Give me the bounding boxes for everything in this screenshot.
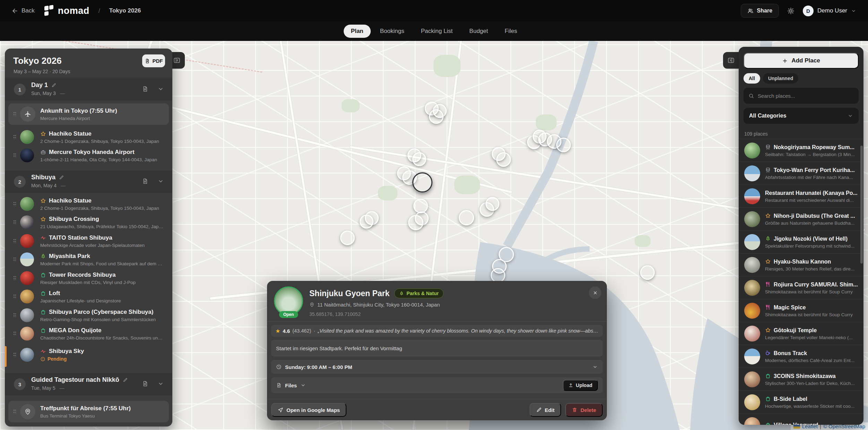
collapse-right-panel-button[interactable] [723, 52, 739, 69]
place-list-item[interactable]: B-Side Label Hochwertige, wasserfeste St… [739, 390, 863, 413]
place-list-item[interactable]: Jigoku Nozoki (View of Hell) Spektakulär… [739, 230, 863, 253]
place-list-item[interactable]: Rojiura Curry SAMURAI. Shim... Shimokita… [739, 276, 863, 299]
map-place-marker[interactable] [360, 215, 373, 229]
share-button[interactable]: Share [741, 4, 779, 18]
map-place-marker[interactable] [412, 172, 432, 192]
map-place-marker[interactable] [413, 199, 428, 213]
itinerary-item[interactable]: Hachiko Statue 2 Chome-1 Dogenzaka, Shib… [8, 128, 169, 146]
place-list-item[interactable]: Bonus Track Modernes, dörfliches Café-Ar… [739, 345, 863, 368]
place-photo [20, 197, 34, 211]
map-place-marker[interactable] [408, 215, 423, 230]
day-2-header[interactable]: 2 Shibuya Mon, May 4 — [5, 171, 172, 193]
day-3-header[interactable]: 3 Guided Tagestour nach Nikkō Tue, May 5… [5, 373, 172, 395]
drag-handle-icon[interactable] [13, 153, 16, 158]
map-place-marker[interactable] [429, 109, 444, 124]
drag-handle-icon[interactable] [13, 352, 16, 357]
map-place-marker[interactable] [340, 231, 355, 245]
place-list-item[interactable]: Nihon-ji Daibutsu (The Great ... Größte … [739, 207, 863, 230]
drag-handle-icon[interactable] [13, 313, 16, 318]
itinerary-item[interactable]: Treffpunkt für Abreise (7:55 Uhr) Bus Te… [8, 401, 169, 422]
edit-day-icon[interactable] [59, 175, 64, 180]
drag-handle-icon[interactable] [13, 135, 16, 139]
export-pdf-button[interactable]: PDF [142, 54, 165, 67]
back-button[interactable]: Back [12, 7, 35, 14]
map-place-marker[interactable] [459, 210, 474, 225]
upload-button[interactable]: Upload [563, 380, 598, 391]
app-logo[interactable]: nomad [44, 5, 89, 17]
drag-handle-icon[interactable] [13, 201, 16, 206]
day-collapse-chevron-icon[interactable] [157, 380, 164, 387]
filter-pill[interactable]: All [744, 73, 760, 84]
day-1-header[interactable]: 1 Day 1 Sun, May 3 — [5, 78, 172, 101]
drag-handle-icon[interactable] [13, 257, 16, 262]
add-place-button[interactable]: Add Place [744, 53, 859, 69]
filter-pills: AllUnplanned [744, 73, 798, 84]
itinerary-item[interactable]: Shibuya Sky Pending [8, 344, 169, 366]
edit-button[interactable]: Edit [530, 403, 561, 417]
itinerary-item[interactable]: Loft Japanischer Lifestyle- und Designst… [8, 287, 169, 306]
user-menu[interactable]: D Demo User [803, 6, 856, 16]
close-button[interactable] [589, 286, 601, 299]
tab[interactable]: Files [497, 25, 524, 38]
itinerary-item[interactable]: Mercure Tokyo Haneda Airport 1-chōme-2-1… [8, 146, 169, 165]
delete-button[interactable]: Delete [565, 403, 603, 417]
place-detail-card: Open Shinjuku Gyoen Park Parks & Natur 1… [267, 281, 607, 420]
place-list-item[interactable]: Tokyo-Wan Ferry Port Kuriha... Abfahrtss… [739, 162, 863, 184]
day-notes-icon[interactable] [142, 380, 148, 387]
itinerary-item[interactable]: MEGA Don Quijote Chaotischer 24h-Discoun… [8, 324, 169, 343]
tab[interactable]: Packing List [414, 25, 460, 38]
files-row[interactable]: Files Upload [271, 377, 603, 393]
place-list-item[interactable]: Gōtokuji Temple Legendärer Tempel voller… [739, 322, 863, 345]
drag-handle-icon[interactable] [13, 239, 16, 243]
day-notes-icon[interactable] [142, 178, 148, 184]
place-title: Nokogiriyama Ropeway Sum... [774, 144, 854, 150]
place-list-item[interactable]: Magic Spice Shimokitazawa ist berühmt fü… [739, 299, 863, 322]
place-title: Jigoku Nozoki (View of Hell) [774, 235, 848, 242]
drag-handle-icon[interactable] [13, 276, 16, 281]
place-photo [744, 280, 760, 296]
itinerary-item[interactable]: Shibuya Parco (Cyberspace Shibuya) Retro… [8, 306, 169, 325]
place-list-item[interactable]: Hyaku-Shaku Kannon Riesiges, 30 Meter ho… [739, 253, 863, 276]
place-list-item[interactable]: Nokogiriyama Ropeway Sum... Seilbahn: Ta… [739, 139, 863, 162]
drag-handle-icon[interactable] [13, 331, 16, 336]
filter-pill[interactable]: Unplanned [763, 73, 798, 84]
itinerary-item[interactable]: Tower Records Shibuya Riesiger Musiklade… [8, 269, 169, 287]
place-list-item[interactable]: Restaurant Harunatei (Kanaya Po... Resta… [739, 184, 863, 207]
map-place-marker[interactable] [491, 268, 505, 283]
edit-day-icon[interactable] [123, 378, 128, 382]
itinerary-item[interactable]: TAITO Station Shibuya Mehrstöckige Arcad… [8, 232, 169, 250]
tab[interactable]: Bookings [373, 25, 412, 38]
map-place-marker[interactable] [485, 197, 499, 211]
opening-hours-row[interactable]: Sunday: 9:00 AM – 6:00 PM [271, 360, 603, 374]
place-title: Rojiura Curry SAMURAI. Shim... [774, 281, 858, 287]
tab[interactable]: Budget [462, 25, 495, 38]
drag-handle-icon[interactable] [13, 112, 16, 117]
category-select[interactable]: All Categories [744, 108, 859, 124]
drag-handle-icon[interactable] [13, 409, 16, 414]
scrollbar-thumb[interactable] [860, 146, 863, 264]
open-in-google-maps-button[interactable]: Open in Google Maps [271, 403, 346, 417]
topbar: Back nomad / Tokyo 2026 Share D Demo Use… [0, 0, 868, 22]
map-place-marker[interactable] [412, 152, 426, 166]
theme-toggle-sun-icon[interactable] [787, 7, 794, 15]
note-field[interactable]: Startet im riesigen Stadtpark. Perfekt f… [271, 340, 603, 356]
drag-handle-icon[interactable] [13, 220, 16, 225]
place-list-item[interactable]: 3COINS Shimokitazawa Stylischer 300-Yen-… [739, 368, 863, 390]
star-icon [40, 216, 46, 222]
place-list-item[interactable]: Village Vanguard [739, 413, 863, 425]
itinerary-item[interactable]: Miyashita Park Moderner Park mit Shops, … [8, 250, 169, 269]
itinerary-item[interactable]: Hachiko Statue 2 Chome-1 Dogenzaka, Shib… [8, 195, 169, 213]
search-input[interactable] [758, 93, 854, 99]
map-place-marker[interactable] [556, 138, 571, 152]
day-collapse-chevron-icon[interactable] [157, 178, 164, 184]
drag-handle-icon[interactable] [13, 294, 16, 299]
tab[interactable]: Plan [344, 25, 371, 38]
day-notes-icon[interactable] [142, 86, 148, 92]
itinerary-item[interactable]: Ankunft in Tokyo (7:55 Uhr) Mercure Hane… [8, 103, 169, 125]
map-place-marker[interactable] [640, 265, 655, 280]
map-place-marker[interactable] [496, 152, 511, 167]
day-collapse-chevron-icon[interactable] [157, 86, 164, 92]
itinerary-item[interactable]: Shibuya Crossing 21 Udagawacho, Shibuya,… [8, 213, 169, 232]
rating-review-row[interactable]: ★ 4.6 (43.462) · „Visited the park and w… [271, 325, 603, 337]
edit-day-icon[interactable] [51, 83, 56, 88]
